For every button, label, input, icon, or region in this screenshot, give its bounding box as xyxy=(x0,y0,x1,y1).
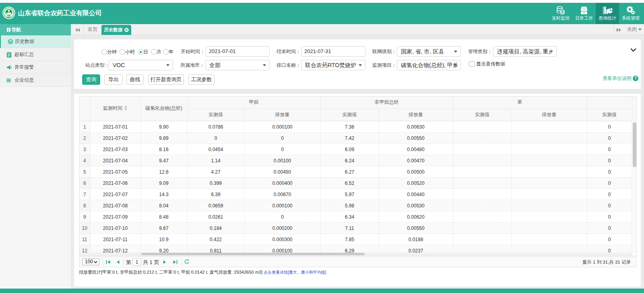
svg-text:?: ? xyxy=(634,76,637,80)
svg-text:MEE: MEE xyxy=(7,16,11,18)
